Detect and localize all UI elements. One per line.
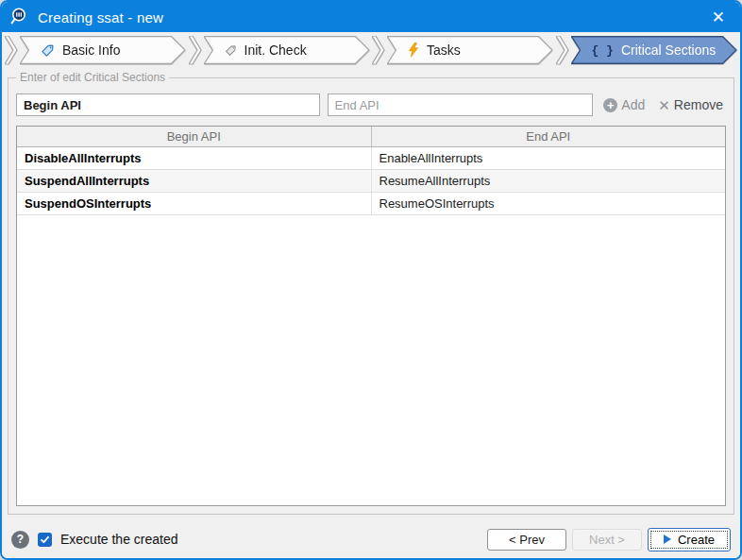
begin-api-cell: SuspendOSInterrupts [17,193,372,214]
app-logo-icon [9,7,30,27]
table-row[interactable]: SuspendAllInterrupts ResumeAllInterrupts [17,170,725,193]
step-label: Init. Check [245,42,307,58]
table-row[interactable]: SuspendOSInterrupts ResumeOSInterrupts [17,193,725,215]
add-button-label: Add [621,97,645,112]
close-icon[interactable]: ✕ [704,6,733,29]
step-critical-sections[interactable]: { } Critical Sections [571,36,738,64]
wizard-step-bar: Basic Info Init. Check Tasks [2,32,740,68]
begin-api-cell: SuspendAllInterrupts [17,170,372,192]
window-title: Creating ssat - new [38,9,704,25]
checkmark-icon [40,535,50,545]
begin-api-input[interactable] [16,93,320,116]
step-init-check[interactable]: Init. Check [204,36,371,64]
next-button[interactable]: Next > [572,529,642,551]
prev-button[interactable]: < Prev [487,529,566,551]
api-entry-row: + Add ✕ Remove [16,93,726,116]
tag-gray-icon [225,44,237,57]
dialog-window: Creating ssat - new ✕ Basic Info [0,0,742,560]
content-area: Enter of edit Critical Sections + Add ✕ … [2,68,740,520]
critical-sections-table: Begin API End API DisableAllInterrupts E… [16,126,726,506]
tag-blue-icon [41,43,55,58]
play-icon [664,535,671,544]
step-basic-info[interactable]: Basic Info [20,36,187,64]
help-icon[interactable]: ? [11,531,29,549]
end-api-cell: EnableAllInterrupts [372,147,726,169]
end-api-cell: ResumeOSInterrupts [372,193,726,214]
chevron-separator-icon [372,36,385,64]
remove-button[interactable]: ✕ Remove [655,95,726,114]
column-header-end-api[interactable]: End API [372,127,726,146]
footer-bar: ? Execute the created < Prev Next > Crea… [2,520,740,558]
braces-icon: { } [592,43,614,58]
critical-sections-groupbox: Enter of edit Critical Sections + Add ✕ … [8,77,734,515]
groupbox-title: Enter of edit Critical Sections [16,71,169,84]
table-row[interactable]: DisableAllInterrupts EnableAllInterrupts [17,147,725,170]
step-label: Basic Info [62,42,120,58]
add-button[interactable]: + Add [600,95,648,114]
table-header: Begin API End API [17,127,725,147]
table-empty-area [17,215,725,505]
step-label: Tasks [427,42,461,58]
chevron-separator-icon [5,36,18,64]
step-label: Critical Sections [621,42,716,58]
chevron-separator-icon [556,36,569,64]
end-api-input[interactable] [328,93,594,116]
begin-api-cell: DisableAllInterrupts [17,147,372,169]
chevron-separator-icon [189,36,202,64]
column-header-begin-api[interactable]: Begin API [17,127,372,146]
plus-icon: + [603,98,617,112]
end-api-cell: ResumeAllInterrupts [372,170,726,192]
execute-checkbox-label[interactable]: Execute the created [60,532,178,547]
remove-button-label: Remove [674,97,723,112]
create-button-label: Create [678,533,715,547]
step-tasks[interactable]: Tasks [387,36,554,64]
create-button[interactable]: Create [648,528,731,552]
x-icon: ✕ [658,98,670,112]
wizard-buttons: < Prev Next > Create [487,528,731,552]
title-bar: Creating ssat - new ✕ [2,2,740,32]
execute-checkbox[interactable] [38,533,52,547]
lightning-icon [408,42,419,58]
